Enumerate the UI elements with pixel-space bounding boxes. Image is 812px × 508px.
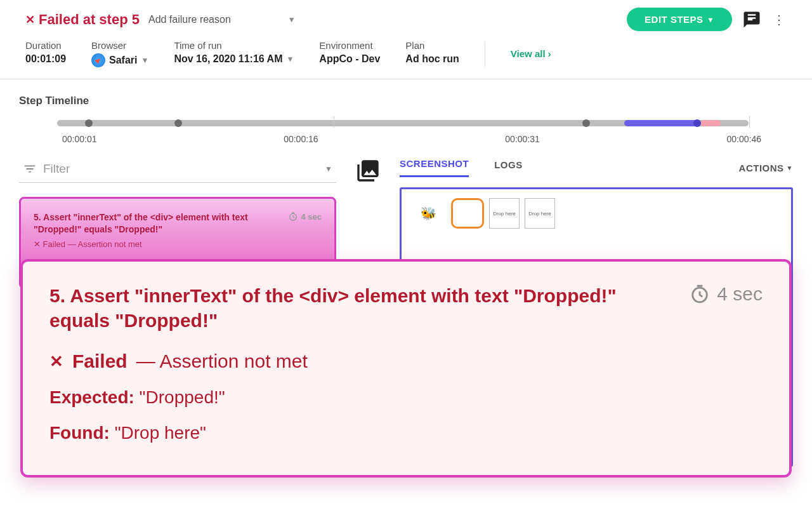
view-all-link[interactable]: View all › <box>511 48 551 59</box>
duration-value: 00:01:09 <box>25 53 66 65</box>
time-value: Nov 16, 2020 11:16 AM <box>174 53 282 65</box>
plan-value: Ad hoc run <box>405 53 459 65</box>
filter-input[interactable]: Filter ▼ <box>19 158 336 183</box>
expected-label: Expected: <box>49 387 134 407</box>
chevron-down-icon: ▼ <box>286 55 294 64</box>
step-duration: 4 sec <box>288 211 322 222</box>
chevron-down-icon: ▼ <box>288 15 296 24</box>
chevron-down-icon: ▼ <box>787 164 793 171</box>
detail-status: ✕ Failed — Assertion not met <box>49 351 763 372</box>
step-detail-panel: 5. Assert "innerText" of the <div> eleme… <box>20 259 792 478</box>
run-status-text: Failed at step 5 <box>39 11 140 28</box>
browser-value: Safari <box>109 55 137 66</box>
tab-screenshot[interactable]: SCREENSHOT <box>400 158 469 177</box>
step-duration-value: 4 sec <box>301 212 322 222</box>
chevron-right-icon: › <box>548 48 551 59</box>
timeline-tick <box>334 116 334 128</box>
browser-label: Browser <box>91 40 148 51</box>
clock-icon <box>288 211 298 222</box>
timeline-title: Step Timeline <box>19 95 787 107</box>
fail-x-icon: ✕ <box>49 352 63 371</box>
failure-reason-dropdown[interactable]: Add failure reason ▼ <box>148 14 296 25</box>
timeline-track[interactable] <box>57 119 749 128</box>
actions-dropdown[interactable]: ACTIONS ▼ <box>739 163 793 173</box>
detail-duration: 4 sec <box>689 283 763 305</box>
found-value: "Drop here" <box>115 423 206 443</box>
screenshot-element-dropzone: Drop here <box>489 198 520 229</box>
divider <box>485 41 485 67</box>
time-label: Time of run <box>174 40 294 51</box>
env-value: AppCo - Dev <box>319 53 380 65</box>
failure-reason-label: Add failure reason <box>148 14 231 25</box>
fail-x-icon: ✕ <box>25 14 35 25</box>
comments-icon[interactable] <box>741 9 763 30</box>
timeline-tick-label: 00:00:31 <box>505 134 540 144</box>
actions-label: ACTIONS <box>739 163 784 173</box>
time-dropdown[interactable]: Nov 16, 2020 11:16 AM ▼ <box>174 53 294 65</box>
browser-dropdown[interactable]: Safari ▼ <box>91 53 148 67</box>
run-status-badge: ✕ Failed at step 5 <box>25 11 140 28</box>
screenshot-element-bee: 🐝 <box>410 198 446 229</box>
safari-icon <box>91 53 105 67</box>
detail-found: Found: "Drop here" <box>49 423 763 443</box>
env-label: Environment <box>319 40 380 51</box>
duration-label: Duration <box>25 40 66 51</box>
timeline-step-dot[interactable] <box>693 119 701 127</box>
timeline-tick-label: 00:00:16 <box>284 134 318 144</box>
detail-title: 5. Assert "innerText" of the <div> eleme… <box>49 283 676 333</box>
detail-status-failed: Failed <box>72 351 128 372</box>
timeline-tick-label: 00:00:01 <box>62 134 97 144</box>
view-all-label: View all <box>511 48 546 59</box>
more-menu-button[interactable]: ⋮ <box>771 12 787 27</box>
detail-duration-value: 4 sec <box>717 283 763 305</box>
plan-label: Plan <box>405 40 459 51</box>
filter-placeholder: Filter <box>43 162 318 176</box>
filter-icon <box>23 162 37 176</box>
timeline-step-dot[interactable] <box>85 119 93 127</box>
chevron-down-icon: ▼ <box>325 164 332 173</box>
expected-value: "Dropped!" <box>140 387 225 407</box>
timeline-segment-fail <box>700 120 721 126</box>
timeline-segment-active <box>624 120 700 126</box>
detail-expected: Expected: "Dropped!" <box>49 387 763 408</box>
step-title: 5. Assert "innerText" of the <div> eleme… <box>34 211 282 236</box>
screenshot-element-dropzone: Drop here <box>525 198 555 229</box>
timeline-tick-label: 00:00:46 <box>726 134 761 144</box>
chevron-down-icon: ▼ <box>707 16 714 23</box>
timeline-tick <box>749 116 750 128</box>
tab-logs[interactable]: LOGS <box>494 159 523 177</box>
step-substatus: ✕ Failed — Assertion not met <box>34 239 322 249</box>
edit-steps-button[interactable]: EDIT STEPS ▼ <box>627 8 732 31</box>
chevron-down-icon: ▼ <box>141 56 149 65</box>
screenshot-element-highlighted <box>451 198 484 229</box>
gallery-icon[interactable] <box>355 158 381 184</box>
edit-steps-label: EDIT STEPS <box>645 14 704 25</box>
bee-icon: 🐝 <box>421 206 436 221</box>
detail-status-reason: — Assertion not met <box>136 351 308 372</box>
found-label: Found: <box>49 423 110 443</box>
clock-icon <box>689 283 710 305</box>
